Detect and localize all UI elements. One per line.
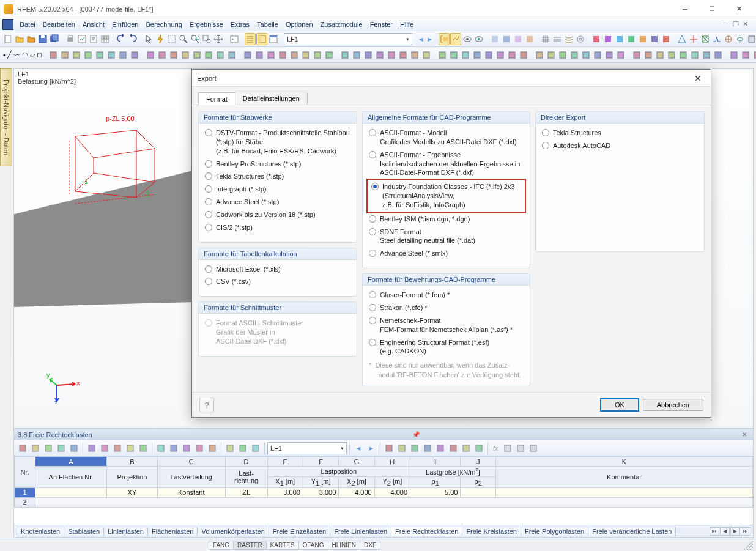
module-1-icon[interactable] <box>591 33 602 45</box>
tool-23-icon[interactable] <box>324 49 335 61</box>
radio-advance-smlx[interactable]: Advance Steel (*.smlx) <box>369 249 524 258</box>
btb-9-icon[interactable] <box>137 442 149 454</box>
cancel-button[interactable]: Abbrechen <box>643 399 703 411</box>
module-7-icon[interactable] <box>661 33 672 45</box>
btb2-1-icon[interactable] <box>396 442 408 454</box>
btb-7-icon[interactable] <box>111 442 124 454</box>
eye-icon[interactable] <box>462 33 473 45</box>
grid-3-icon[interactable] <box>563 33 574 45</box>
radio-cis2[interactable]: CIS/2 (*.stp) <box>205 223 350 232</box>
btab-next-icon[interactable]: ▶ <box>730 527 740 536</box>
tool-7-icon[interactable] <box>129 49 140 61</box>
menu-berechnung[interactable]: Berechnung <box>142 20 185 29</box>
tool-27-icon[interactable] <box>374 49 385 61</box>
view-prev-icon[interactable] <box>229 33 240 45</box>
tool-55-icon[interactable] <box>713 49 724 61</box>
cell-empty[interactable] <box>35 497 753 507</box>
btb-17-icon[interactable] <box>250 442 262 454</box>
cell-y1[interactable]: 3.000 <box>303 487 338 497</box>
btb2-3-icon[interactable] <box>421 442 434 454</box>
tab-format[interactable]: Format <box>198 92 235 105</box>
tool-33-icon[interactable] <box>448 49 459 61</box>
tool-13-icon[interactable] <box>203 49 214 61</box>
radio-advance-stp[interactable]: Advance Steel (*.stp) <box>205 198 350 207</box>
tool-47-icon[interactable] <box>615 49 626 61</box>
btb3-1-icon[interactable] <box>514 442 527 454</box>
tool-30-icon[interactable] <box>409 49 420 61</box>
radio-autocad-direct[interactable]: Autodesk AutoCAD <box>542 141 698 150</box>
cad-7-icon[interactable] <box>746 33 756 45</box>
tool-2-icon[interactable] <box>71 49 82 61</box>
btb-16-icon[interactable] <box>237 442 249 454</box>
loadcase-combo[interactable]: LF1 <box>284 33 412 45</box>
cad-3-icon[interactable] <box>700 33 711 45</box>
tool-29-icon[interactable] <box>398 49 409 61</box>
tool-58-icon[interactable] <box>752 49 756 61</box>
col-E[interactable]: E <box>267 457 303 467</box>
menu-ansicht[interactable]: Ansicht <box>79 20 108 29</box>
btab-volumen[interactable]: Volumenkörperlasten <box>197 527 269 536</box>
grid[interactable]: Nr. A B C D E F G H I J K An Flächen Nr.… <box>14 456 753 525</box>
nav-prev-icon[interactable]: ◄ <box>417 33 425 45</box>
btb-6-icon[interactable] <box>98 442 111 454</box>
render-2-icon[interactable] <box>501 33 512 45</box>
radio-glaser[interactable]: Glaser-Format (*.fem) * <box>369 290 524 300</box>
radio-bentley-pro[interactable]: Bentley ProStructures (*.stp) <box>205 160 350 169</box>
save-all-icon[interactable] <box>49 33 60 45</box>
menu-extras[interactable]: Extras <box>227 20 253 29</box>
panel-icon[interactable] <box>256 33 267 45</box>
cad-2-icon[interactable] <box>688 33 699 45</box>
menu-zusatzmodule[interactable]: Zusatzmodule <box>317 20 366 29</box>
list-icon[interactable] <box>245 33 256 45</box>
tool-53-icon[interactable] <box>689 49 700 61</box>
lightning-icon[interactable] <box>155 33 166 45</box>
btb3-2-icon[interactable] <box>527 442 539 454</box>
status-ofang[interactable]: OFANG <box>298 541 328 550</box>
tool-38-icon[interactable] <box>506 49 517 61</box>
btab-freie-linien[interactable]: Freie Linienlasten <box>330 527 391 536</box>
polyline-icon[interactable]: 〰 <box>13 49 21 61</box>
btb-14-icon[interactable] <box>206 442 218 454</box>
help-button[interactable]: ? <box>199 398 214 412</box>
btb-0-icon[interactable] <box>17 442 29 454</box>
tool-49-icon[interactable] <box>643 49 654 61</box>
radio-ascii-model[interactable]: ASCII-Format - ModellGrafik des Modells … <box>369 128 524 147</box>
radio-sdnf[interactable]: SDNF FormatSteel detailing neutral file … <box>369 227 524 246</box>
cell-p2[interactable] <box>461 487 496 497</box>
col-D[interactable]: D <box>225 457 267 467</box>
status-kartes[interactable]: KARTES <box>266 541 299 550</box>
tool-52-icon[interactable] <box>678 49 689 61</box>
col-K[interactable]: K <box>496 457 753 467</box>
btb-3-icon[interactable] <box>55 442 67 454</box>
btb2-2-icon[interactable] <box>409 442 421 454</box>
module-4-icon[interactable] <box>626 33 637 45</box>
tab-details[interactable]: Detaileinstellungen <box>235 92 308 105</box>
cell-y2[interactable]: 4.000 <box>374 487 410 497</box>
tool-3-icon[interactable] <box>83 49 94 61</box>
minimize-button[interactable]: ─ <box>672 1 699 18</box>
tool-22-icon[interactable] <box>312 49 323 61</box>
tool-31-icon[interactable] <box>421 49 432 61</box>
cell-lastricht[interactable]: ZL <box>225 487 267 497</box>
print-icon[interactable] <box>65 33 76 45</box>
radio-nemetschek[interactable]: Nemetschek-FormatFEM-Format für Nemetsch… <box>369 316 524 335</box>
menu-datei[interactable]: Datei <box>16 20 39 29</box>
tool-54-icon[interactable] <box>701 49 712 61</box>
tool-43-icon[interactable] <box>569 49 580 61</box>
maximize-button[interactable]: ☐ <box>699 1 725 18</box>
col-B[interactable]: B <box>106 457 157 467</box>
table-icon[interactable] <box>100 33 111 45</box>
btb-1-icon[interactable] <box>29 442 42 454</box>
move-icon[interactable] <box>213 33 224 45</box>
pin-icon[interactable]: 📌 <box>410 431 422 438</box>
btab-prev-icon[interactable]: ◀ <box>720 527 730 536</box>
radio-bentley-ism[interactable]: Bentley ISM (*.ism.dgn, *.dgn) <box>369 215 524 224</box>
tool-15-icon[interactable] <box>226 49 237 61</box>
btb3-0-icon[interactable] <box>502 442 514 454</box>
tool-56-icon[interactable] <box>728 49 739 61</box>
dialog-close-button[interactable]: ✕ <box>689 72 707 84</box>
btab-linienlasten[interactable]: Linienlasten <box>103 527 148 536</box>
grid-2-icon[interactable] <box>552 33 563 45</box>
mdi-minimize-icon[interactable]: ─ <box>723 20 732 29</box>
tool-48-icon[interactable] <box>631 49 642 61</box>
